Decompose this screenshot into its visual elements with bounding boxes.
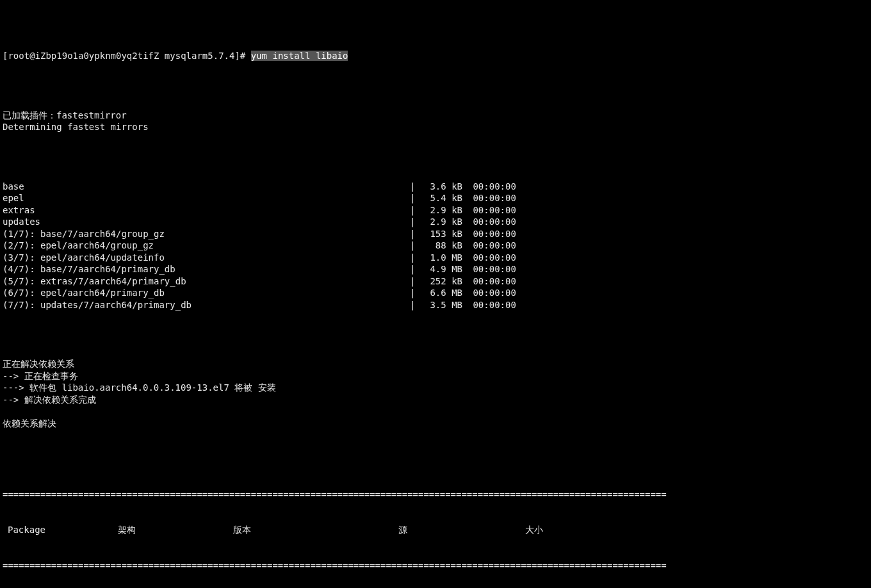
repo-bar: | — [410, 252, 420, 264]
repo-line: (2/7): epel/aarch64/group_gz| 88 kB 00:0… — [3, 240, 868, 252]
repo-time: 00:00:00 — [468, 263, 516, 275]
separator-mid: ========================================… — [3, 560, 667, 572]
repo-name: (3/7): epel/aarch64/updateinfo — [3, 252, 410, 264]
dependency-line: ---> 软件包 libaio.aarch64.0.0.3.109-13.el7… — [3, 382, 868, 394]
repo-size: 153 kB — [420, 228, 468, 240]
repo-line: (1/7): base/7/aarch64/group_gz|153 kB 00… — [3, 228, 868, 240]
repo-name: base — [3, 181, 410, 193]
repo-size: 252 kB — [420, 275, 468, 288]
repo-line: (6/7): epel/aarch64/primary_db|6.6 MB 00… — [3, 287, 868, 299]
repo-time: 00:00:00 — [468, 240, 516, 252]
repo-bar: | — [410, 240, 420, 252]
repo-time: 00:00:00 — [468, 216, 516, 228]
repo-size: 5.4 kB — [420, 192, 468, 204]
table-header: Package 架构 版本 源 大小 — [3, 524, 868, 536]
repo-time: 00:00:00 — [468, 181, 516, 193]
repo-name: epel — [3, 192, 410, 204]
repo-name: extras — [3, 204, 410, 216]
separator-top: ========================================… — [3, 489, 667, 501]
repo-bar: | — [410, 228, 420, 240]
repo-line: base|3.6 kB 00:00:00 — [3, 181, 868, 193]
col-header-version: 版本 — [233, 524, 398, 536]
repo-line: epel|5.4 kB 00:00:00 — [3, 192, 868, 204]
repo-line: extras|2.9 kB 00:00:00 — [3, 204, 868, 216]
repo-line: (3/7): epel/aarch64/updateinfo|1.0 MB 00… — [3, 252, 868, 264]
dependency-line — [3, 405, 868, 418]
repo-size: 3.6 kB — [420, 181, 468, 193]
repo-size: 6.6 MB — [420, 287, 468, 299]
repo-name: (7/7): updates/7/aarch64/primary_db — [3, 299, 410, 311]
repo-name: (5/7): extras/7/aarch64/primary_db — [3, 275, 410, 288]
dependency-line: --> 解决依赖关系完成 — [3, 394, 868, 406]
dependency-line: 正在解决依赖关系 — [3, 358, 868, 370]
repo-time: 00:00:00 — [468, 299, 516, 311]
repo-name: (4/7): base/7/aarch64/primary_db — [3, 263, 410, 275]
col-header-arch: 架构 — [118, 524, 233, 536]
repo-line: updates|2.9 kB 00:00:00 — [3, 216, 868, 228]
col-header-repo: 源 — [398, 524, 507, 536]
repo-bar: | — [410, 275, 420, 288]
repo-name: (1/7): base/7/aarch64/group_gz — [3, 228, 410, 240]
repo-time: 00:00:00 — [468, 287, 516, 299]
repo-bar: | — [410, 299, 420, 311]
repo-bar: | — [410, 192, 420, 204]
repo-name: (6/7): epel/aarch64/primary_db — [3, 287, 410, 299]
typed-command[interactable]: yum install libaio — [251, 51, 348, 61]
dependency-line: --> 正在检查事务 — [3, 370, 868, 382]
repo-time: 00:00:00 — [468, 252, 516, 264]
header-line: Determining fastest mirrors — [3, 121, 868, 133]
repo-name: updates — [3, 216, 410, 228]
shell-prompt: [root@iZbp19o1a0ypknm0yq2tifZ mysqlarm5.… — [3, 51, 251, 61]
repo-bar: | — [410, 263, 420, 275]
dependency-line — [3, 429, 868, 441]
repo-size: 2.9 kB — [420, 204, 468, 216]
repo-size: 4.9 MB — [420, 263, 468, 275]
repo-line: (4/7): base/7/aarch64/primary_db|4.9 MB … — [3, 263, 868, 275]
header-line: 已加载插件：fastestmirror — [3, 110, 868, 122]
repo-bar: | — [410, 216, 420, 228]
repo-size: 2.9 kB — [420, 216, 468, 228]
repo-bar: | — [410, 181, 420, 193]
repo-bar: | — [410, 287, 420, 299]
repo-size: 88 kB — [420, 240, 468, 252]
repo-bar: | — [410, 204, 420, 216]
repo-line: (7/7): updates/7/aarch64/primary_db|3.5 … — [3, 299, 868, 311]
repo-time: 00:00:00 — [468, 204, 516, 216]
prompt-line-1: [root@iZbp19o1a0ypknm0yq2tifZ mysqlarm5.… — [3, 50, 868, 62]
repo-size: 1.0 MB — [420, 252, 468, 264]
repo-name: (2/7): epel/aarch64/group_gz — [3, 240, 410, 252]
col-header-package: Package — [3, 524, 118, 536]
repo-time: 00:00:00 — [468, 192, 516, 204]
repo-time: 00:00:00 — [468, 275, 516, 288]
repo-size: 3.5 MB — [420, 299, 468, 311]
repo-time: 00:00:00 — [468, 228, 516, 240]
repo-line: (5/7): extras/7/aarch64/primary_db|252 k… — [3, 275, 868, 288]
col-header-size: 大小 — [507, 524, 543, 536]
terminal-output[interactable]: [root@iZbp19o1a0ypknm0yq2tifZ mysqlarm5.… — [0, 0, 871, 588]
dependency-line: 依赖关系解决 — [3, 418, 868, 430]
